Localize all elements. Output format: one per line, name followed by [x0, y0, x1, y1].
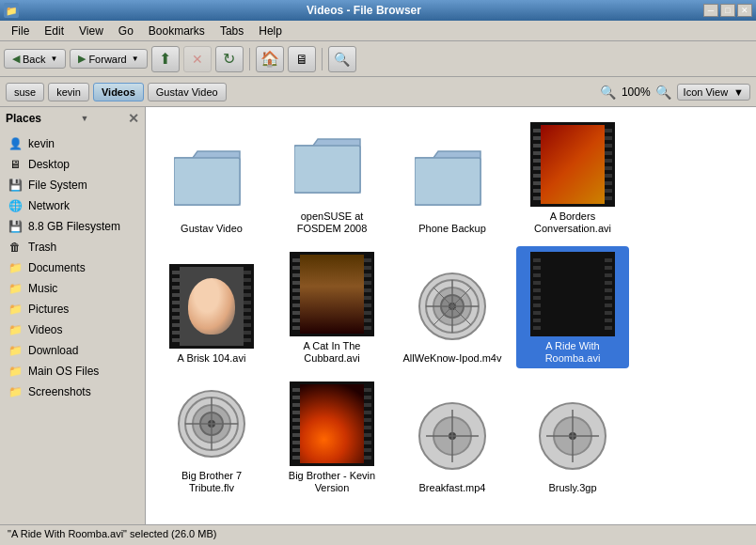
- file-item-brusly[interactable]: Brusly.3gp: [516, 376, 629, 498]
- file-item-bb7[interactable]: Big Brother 7 Tribute.flv: [155, 376, 268, 498]
- tab-kevin[interactable]: kevin: [48, 83, 89, 101]
- file-name-opensuse: openSUSE at FOSDEM 2008: [280, 210, 384, 235]
- menu-file[interactable]: File: [4, 23, 37, 39]
- back-button[interactable]: ◀ Back ▼: [4, 49, 66, 69]
- search-button[interactable]: 🔍: [328, 46, 356, 72]
- file-item-unknown1[interactable]: [155, 506, 268, 524]
- file-item-cat[interactable]: A Cat In The Cubbard.avi: [276, 246, 388, 368]
- back-dropdown-icon: ▼: [50, 54, 57, 63]
- stop-icon: ✕: [192, 52, 203, 67]
- sidebar-item-filesystem[interactable]: 💾 File System: [0, 175, 145, 195]
- file-name-brisk: A Brisk 104.avi: [178, 352, 246, 365]
- pictures-icon: 📁: [8, 302, 23, 317]
- sidebar-title: Places: [6, 112, 41, 125]
- file-name-breakfast: Breakfast.mp4: [419, 482, 486, 494]
- menu-bookmarks[interactable]: Bookmarks: [141, 23, 213, 39]
- file-name-allweknow: AllWeKnow-Ipod.m4v: [403, 352, 502, 365]
- sidebar-item-desktop[interactable]: 🖥 Desktop: [0, 154, 145, 175]
- menu-help[interactable]: Help: [251, 23, 290, 39]
- up-button[interactable]: ⬆: [151, 46, 180, 72]
- zoom-area: 🔍 100% 🔍 Icon View ▼: [599, 83, 750, 101]
- forward-arrow-icon: ▶: [78, 53, 86, 65]
- file-thumb-roomba: [530, 252, 615, 336]
- file-item-bbkevin[interactable]: Big Brother - Kevin Version: [276, 376, 388, 498]
- trash-icon: 🗑: [8, 240, 23, 255]
- file-thumb-phone: [410, 134, 495, 219]
- sidebar-item-kevin[interactable]: 👤 kevin: [0, 133, 145, 154]
- sidebar-item-videos[interactable]: 📁 Videos: [0, 319, 145, 340]
- tab-suse[interactable]: suse: [6, 83, 44, 101]
- file-name-gustav: Gustav Video: [181, 223, 243, 235]
- computer-icon: 🖥: [295, 52, 308, 67]
- sidebar-item-pictures[interactable]: 📁 Pictures: [0, 299, 145, 319]
- file-thumb-borders: [530, 122, 615, 207]
- toolbar-separator-2: [322, 48, 323, 70]
- file-item-unknown3[interactable]: [396, 506, 509, 524]
- sidebar-close-button[interactable]: ✕: [128, 111, 139, 126]
- title-bar: 📁 Videos - File Browser ─ □ ✕: [0, 0, 756, 21]
- file-item-borders[interactable]: A Borders Conversation.avi: [516, 117, 629, 239]
- file-item-opensuse[interactable]: openSUSE at FOSDEM 2008: [276, 117, 388, 239]
- sidebar-item-network[interactable]: 🌐 Network: [0, 195, 145, 216]
- file-thumb-bb7: [169, 382, 254, 466]
- sidebar: Places ▼ ✕ 👤 kevin 🖥 Desktop 💾 File Syst…: [0, 107, 146, 524]
- minimize-button[interactable]: ─: [703, 4, 718, 17]
- sidebar-item-documents[interactable]: 📁 Documents: [0, 257, 145, 278]
- tab-gustav-video[interactable]: Gustav Video: [148, 83, 227, 101]
- computer-button[interactable]: 🖥: [288, 46, 316, 72]
- up-icon: ⬆: [159, 50, 171, 68]
- close-button[interactable]: ✕: [737, 4, 752, 17]
- file-item-unknown4[interactable]: [516, 506, 629, 524]
- file-name-cat: A Cat In The Cubbard.avi: [280, 340, 384, 365]
- zoom-in-button[interactable]: 🔍: [654, 83, 673, 101]
- file-thumb-brusly: [530, 394, 615, 478]
- zoom-level: 100%: [622, 86, 651, 99]
- file-item-roomba[interactable]: A Ride With Roomba.avi: [516, 246, 629, 368]
- sidebar-item-download[interactable]: 📁 Download: [0, 340, 145, 361]
- app-icon: 📁: [4, 3, 19, 18]
- forward-dropdown-icon: ▼: [132, 54, 139, 63]
- filesystem-icon: 💾: [8, 178, 23, 193]
- home-button[interactable]: 🏠: [256, 46, 284, 72]
- file-name-brusly: Brusly.3gp: [548, 482, 596, 494]
- view-dropdown-arrow: ▼: [733, 86, 744, 98]
- maximize-button[interactable]: □: [720, 4, 735, 17]
- sidebar-item-mainosfiles[interactable]: 📁 Main OS Files: [0, 361, 145, 382]
- status-bar: "A Ride With Roomba.avi" selected (26.0 …: [0, 524, 756, 545]
- sidebar-item-screenshots[interactable]: 📁 Screenshots: [0, 382, 145, 402]
- menu-tabs[interactable]: Tabs: [213, 23, 251, 39]
- download-icon: 📁: [8, 343, 23, 358]
- file-name-roomba: A Ride With Roomba.avi: [521, 340, 624, 365]
- stop-button[interactable]: ✕: [183, 46, 212, 72]
- menu-go[interactable]: Go: [111, 23, 141, 39]
- window-controls: ─ □ ✕: [703, 4, 752, 17]
- reload-icon: ↻: [223, 50, 235, 68]
- user-icon: 👤: [8, 136, 23, 151]
- file-name-bb7: Big Brother 7 Tribute.flv: [160, 470, 263, 494]
- back-arrow-icon: ◀: [12, 53, 20, 65]
- sidebar-item-8gb[interactable]: 💾 8.8 GB Filesystem: [0, 216, 145, 237]
- file-item-unknown2[interactable]: ♪: [276, 506, 388, 524]
- file-item-brisk[interactable]: A Brisk 104.avi: [155, 246, 268, 368]
- file-item-phone[interactable]: Phone Backup: [396, 117, 509, 239]
- documents-icon: 📁: [8, 260, 23, 275]
- view-dropdown[interactable]: Icon View ▼: [677, 84, 750, 101]
- file-item-breakfast[interactable]: Breakfast.mp4: [396, 376, 509, 498]
- reload-button[interactable]: ↻: [215, 46, 244, 72]
- file-name-bbkevin: Big Brother - Kevin Version: [280, 470, 384, 494]
- forward-button[interactable]: ▶ Forward ▼: [70, 49, 147, 69]
- file-thumb-brisk: [169, 264, 254, 349]
- sidebar-item-music[interactable]: 📁 Music: [0, 278, 145, 299]
- sidebar-item-trash[interactable]: 🗑 Trash: [0, 237, 145, 257]
- menu-view[interactable]: View: [71, 23, 111, 39]
- file-thumb-bbkevin: [290, 382, 374, 466]
- zoom-out-button[interactable]: 🔍: [599, 83, 618, 101]
- file-item-allweknow[interactable]: AllWeKnow-Ipod.m4v: [396, 246, 509, 368]
- view-label: Icon View: [684, 86, 729, 98]
- file-item-gustav[interactable]: Gustav Video: [155, 117, 268, 239]
- svg-rect-3: [294, 146, 360, 193]
- videos-icon: 📁: [8, 322, 23, 337]
- tab-videos[interactable]: Videos: [93, 83, 144, 101]
- menu-edit[interactable]: Edit: [37, 23, 71, 39]
- file-thumb-allweknow: [410, 264, 495, 349]
